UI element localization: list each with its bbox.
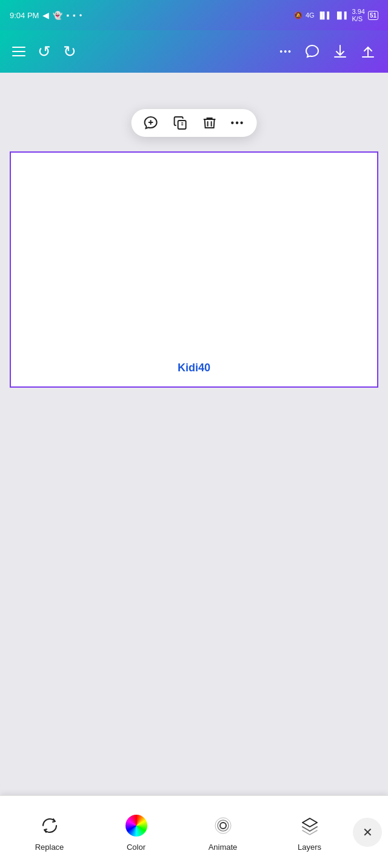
canvas-area: ••• Kidi40 xyxy=(0,73,388,795)
animate-label: Animate xyxy=(209,843,238,852)
location-icon: ◀ xyxy=(42,10,49,20)
close-icon: ✕ xyxy=(363,825,373,840)
layers-tool[interactable]: Layers xyxy=(266,812,353,852)
canvas-text: Kidi40 xyxy=(178,362,210,374)
svg-point-1 xyxy=(220,823,226,829)
copy-icon xyxy=(173,115,189,131)
share-button[interactable] xyxy=(360,44,376,59)
comment-icon xyxy=(304,44,320,59)
signal-icon: ▐▌▌ xyxy=(318,12,332,19)
bottom-toolbar: Replace Color Animate Layers xyxy=(0,795,388,868)
color-icon xyxy=(123,812,150,839)
mute-icon: 🔕 xyxy=(294,12,303,19)
comment-plus-button[interactable] xyxy=(144,115,159,131)
more-options-button[interactable]: ••• xyxy=(279,47,292,56)
battery-icon: 51 xyxy=(368,11,378,20)
menu-button[interactable] xyxy=(12,47,25,56)
replace-tool[interactable]: Replace xyxy=(6,812,93,852)
replace-label: Replace xyxy=(35,843,64,852)
comment-button[interactable] xyxy=(304,44,320,59)
network-label: 4G xyxy=(306,12,315,19)
comment-plus-icon xyxy=(144,115,159,131)
screen-record-icon: ▪ xyxy=(66,11,69,20)
animate-icon xyxy=(210,812,236,839)
close-button[interactable]: ✕ xyxy=(353,818,382,847)
redo-button[interactable]: ↻ xyxy=(63,42,76,61)
svg-point-2 xyxy=(218,820,229,831)
wifi-icon: ▐▌▌ xyxy=(335,12,349,19)
dot-icon: • xyxy=(79,11,82,20)
color-wheel-icon xyxy=(125,815,147,837)
status-bar: 9:04 PM ◀ 👻 ▪ ▪ • 🔕 4G ▐▌▌ ▐▌▌ 3.94K/S 5… xyxy=(0,0,388,30)
download-icon xyxy=(332,44,348,59)
cast-icon: ▪ xyxy=(73,11,76,20)
status-left: 9:04 PM ◀ 👻 ▪ ▪ • xyxy=(10,10,82,20)
context-more-button[interactable]: ••• xyxy=(231,118,245,128)
time: 9:04 PM xyxy=(10,11,39,20)
share-icon xyxy=(360,44,376,59)
animate-tool[interactable]: Animate xyxy=(179,812,266,852)
color-label: Color xyxy=(127,843,146,852)
copy-button[interactable] xyxy=(173,115,189,131)
status-right: 🔕 4G ▐▌▌ ▐▌▌ 3.94K/S 51 xyxy=(294,8,378,22)
design-canvas[interactable]: Kidi40 xyxy=(10,151,378,388)
delete-button[interactable] xyxy=(202,115,218,131)
replace-icon xyxy=(36,812,63,839)
layers-label: Layers xyxy=(298,843,321,852)
context-toolbar: ••• xyxy=(132,109,257,137)
undo-button[interactable]: ↺ xyxy=(38,42,51,61)
toolbar-right: ••• xyxy=(279,44,376,59)
speed-label: 3.94K/S xyxy=(352,8,364,22)
delete-icon xyxy=(202,115,218,131)
toolbar-left: ↺ ↻ xyxy=(12,42,76,61)
download-button[interactable] xyxy=(332,44,348,59)
layers-icon xyxy=(296,812,323,839)
color-tool[interactable]: Color xyxy=(93,812,179,852)
hamburger-icon xyxy=(12,47,25,56)
snapchat-icon: 👻 xyxy=(53,11,62,20)
main-toolbar: ↺ ↻ ••• xyxy=(0,30,388,73)
